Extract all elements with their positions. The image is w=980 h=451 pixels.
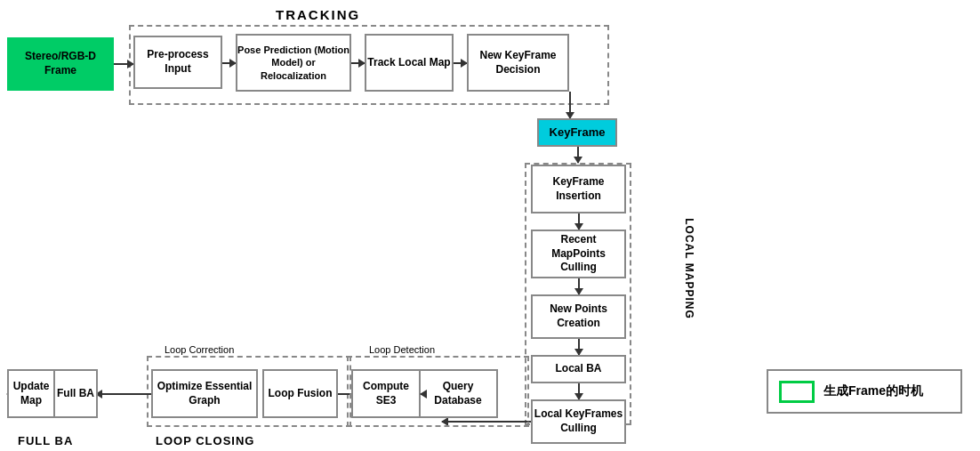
loopcorrection-label: Loop Correction <box>165 344 234 355</box>
loopclosing-label: LOOP CLOSING <box>156 434 254 447</box>
tracklocalmap-box: Track Local Map <box>365 34 454 92</box>
arrow-rmp-np <box>578 278 580 294</box>
keyframeinsertion-box: KeyFrame Insertion <box>531 165 626 213</box>
fullba-label: FULL BA <box>18 434 73 447</box>
diagram: TRACKING Stereo/RGB-D Frame Pre-process … <box>0 0 980 451</box>
arrow-pose-track <box>351 62 365 64</box>
arrow-kfi-rmp <box>578 213 580 230</box>
arrow-pre-pose <box>222 62 236 64</box>
localkeyframes-box: Local KeyFrames Culling <box>531 399 626 444</box>
stereo-frame-box: Stereo/RGB-D Frame <box>7 37 114 91</box>
legend-text: 生成Frame的时机 <box>823 383 923 399</box>
fullba-box: Full BA <box>53 369 98 418</box>
loopdetection-label: Loop Detection <box>369 344 435 355</box>
newkeyframe-box: New KeyFrame Decision <box>467 34 569 92</box>
preprocess-box: Pre-process Input <box>133 36 222 89</box>
legend-container: 生成Frame的时机 <box>767 369 962 414</box>
querydatabase-box: Query Database <box>418 369 498 418</box>
legend-green-icon <box>779 381 815 403</box>
arrow-stereo-pre <box>114 63 133 65</box>
computese3-box: Compute SE3 <box>351 369 421 418</box>
loopfusion-box: Loop Fusion <box>262 369 338 418</box>
arrow-kf-lm <box>577 147 579 163</box>
arrow-newkf-down <box>569 92 571 118</box>
arrow-np-lba <box>578 339 580 355</box>
recentmappoints-box: Recent MapPoints Culling <box>531 230 626 278</box>
poseprediction-box: Pose Prediction (Motion Model) or Reloca… <box>236 34 351 92</box>
optimizeessential-box: Optimize Essential Graph <box>151 369 258 418</box>
arrow-track-newkf <box>454 62 467 64</box>
tracking-label: TRACKING <box>276 7 360 22</box>
localmapping-label: LOCAL MAPPING <box>683 218 695 318</box>
arrow-qd-cse3 <box>421 393 425 395</box>
updatemap-box: Update Map <box>7 369 55 418</box>
newpoints-box: New Points Creation <box>531 294 626 339</box>
localba-box: Local BA <box>531 355 626 383</box>
arrow-oe-fba <box>96 393 151 395</box>
arrow-lba-lkfc <box>578 383 580 399</box>
keyframe-box: KeyFrame <box>537 118 617 147</box>
